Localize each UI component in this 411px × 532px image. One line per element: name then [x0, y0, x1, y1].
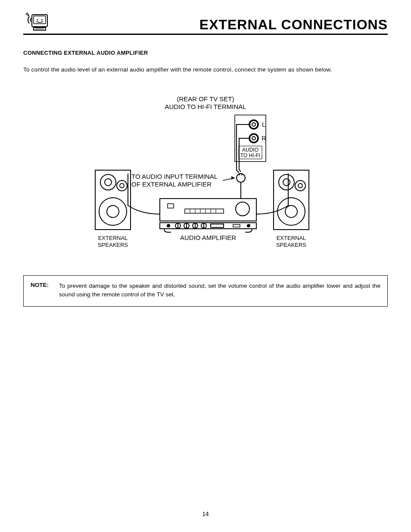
- svg-rect-18: [185, 209, 224, 213]
- left-speaker-label-2: SPEAKERS: [98, 242, 128, 248]
- rear-tv-label-2: AUDIO TO HI-FI TERMINAL: [165, 103, 246, 110]
- svg-point-7: [249, 120, 258, 129]
- svg-point-42: [120, 184, 124, 188]
- svg-point-12: [237, 174, 245, 182]
- svg-point-47: [283, 179, 290, 186]
- intro-text: To control the audio level of an externa…: [23, 66, 388, 73]
- tv-logo-icon: [23, 12, 49, 33]
- svg-point-8: [252, 123, 255, 126]
- jack-l-label: L: [262, 121, 265, 128]
- svg-point-3: [41, 19, 42, 20]
- note-text: To prevent damage to the speaker and dis…: [59, 282, 380, 299]
- svg-rect-16: [160, 223, 256, 229]
- svg-rect-45: [274, 170, 309, 230]
- svg-point-26: [167, 224, 170, 227]
- rear-tv-label-1: (REAR OF TV SET): [177, 95, 234, 103]
- svg-point-48: [295, 180, 305, 191]
- svg-rect-36: [233, 224, 240, 227]
- page-header: EXTERNAL CONNECTIONS: [23, 12, 388, 35]
- svg-point-49: [298, 184, 302, 188]
- jack-r-label: R: [262, 134, 266, 142]
- svg-point-39: [100, 174, 116, 190]
- svg-point-25: [236, 202, 249, 216]
- connection-diagram: (REAR OF TV SET) AUDIO TO HI-FI TERMINAL…: [85, 93, 326, 253]
- svg-rect-38: [95, 170, 131, 230]
- svg-point-44: [107, 205, 119, 218]
- svg-point-9: [249, 134, 258, 143]
- svg-marker-14: [231, 176, 235, 180]
- right-speaker-icon: [274, 170, 309, 230]
- svg-point-41: [117, 180, 127, 191]
- amplifier-label: AUDIO AMPLIFIER: [180, 234, 236, 241]
- svg-point-46: [279, 174, 294, 190]
- svg-point-10: [252, 137, 255, 140]
- svg-point-51: [285, 205, 297, 218]
- svg-point-40: [105, 179, 112, 186]
- jack-box-line1: AUDIO: [242, 147, 258, 153]
- svg-point-43: [99, 198, 127, 225]
- input-terminal-line1: TO AUDIO INPUT TERMINAL: [131, 173, 218, 180]
- svg-point-50: [277, 198, 305, 225]
- left-speaker-icon: [95, 170, 131, 230]
- svg-point-37: [247, 224, 250, 227]
- page-number: 14: [0, 510, 411, 517]
- jack-box-line2: TO HI-FI: [240, 152, 260, 159]
- note-box: NOTE: To prevent damage to the speaker a…: [23, 275, 388, 307]
- svg-point-2: [37, 19, 38, 20]
- left-speaker-label-1: EXTERNAL: [98, 235, 128, 241]
- amplifier-icon: [160, 199, 256, 232]
- svg-rect-17: [168, 204, 174, 208]
- note-label: NOTE:: [31, 282, 49, 299]
- svg-rect-35: [211, 224, 224, 227]
- section-heading: CONNECTING EXTERNAL AUDIO AMPLIFIER: [23, 50, 388, 56]
- input-terminal-line2: OF EXTERNAL AMPLIFIER: [131, 180, 212, 188]
- right-speaker-label-2: SPEAKERS: [276, 242, 306, 248]
- right-speaker-label-1: EXTERNAL: [277, 235, 306, 241]
- page-title: EXTERNAL CONNECTIONS: [199, 17, 388, 33]
- svg-rect-0: [32, 15, 47, 27]
